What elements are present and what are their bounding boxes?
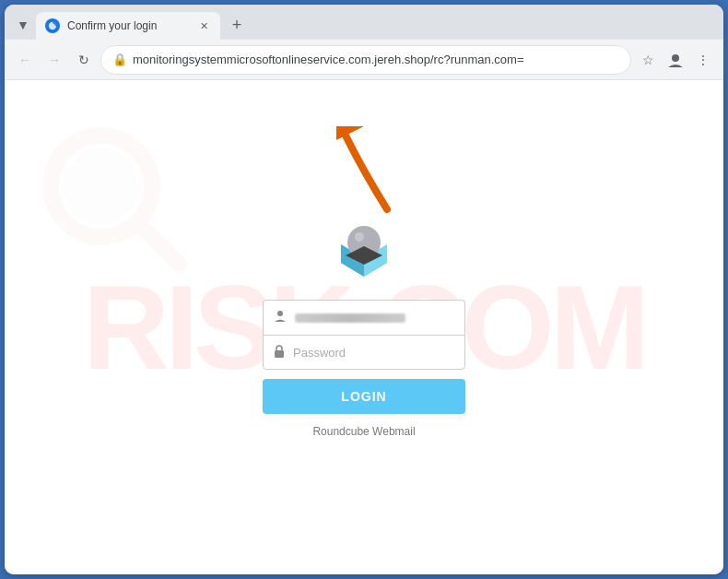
svg-point-3: [63, 148, 140, 225]
svg-point-10: [355, 232, 364, 242]
url-display: monitoringsystemmicrosoftonlineservice.c…: [133, 53, 619, 66]
lock-icon: 🔒: [112, 53, 127, 66]
tab-bar: ▼ Confirm your login ✕ +: [5, 5, 723, 40]
rc-logo: [327, 217, 401, 281]
new-tab-button[interactable]: +: [224, 12, 250, 38]
watermark-magnifier: [32, 117, 198, 287]
address-bar[interactable]: 🔒 monitoringsystemmicrosoftonlineservice…: [100, 45, 631, 75]
tab-list-dropdown[interactable]: ▼: [10, 12, 36, 38]
lock-input-icon: [273, 344, 286, 361]
forward-button[interactable]: →: [41, 47, 67, 73]
roundcube-label: Roundcube Webmail: [312, 425, 415, 438]
nav-icons: ☆ ⋮: [635, 47, 716, 73]
chrome-menu-button[interactable]: ⋮: [690, 47, 716, 73]
password-input[interactable]: [293, 346, 455, 360]
tab-favicon: [45, 18, 60, 33]
profile-button[interactable]: [663, 47, 688, 73]
login-container: LOGIN Roundcube Webmail: [244, 198, 484, 456]
back-button[interactable]: ←: [12, 47, 38, 73]
tab-title: Confirm your login: [67, 19, 189, 32]
active-tab[interactable]: Confirm your login ✕: [36, 12, 220, 40]
username-value: [295, 313, 405, 323]
page-content: RISK.COM: [5, 80, 723, 574]
input-group: [263, 300, 465, 370]
tab-close-button[interactable]: ✕: [196, 18, 211, 33]
svg-point-1: [672, 54, 679, 62]
password-row[interactable]: [263, 335, 465, 370]
browser-window: ▼ Confirm your login ✕ + ← → ↻ 🔒 monitor…: [5, 5, 723, 574]
user-icon: [273, 309, 288, 326]
username-row[interactable]: [263, 300, 465, 335]
login-button[interactable]: LOGIN: [263, 379, 465, 414]
svg-line-4: [141, 226, 180, 265]
bookmark-button[interactable]: ☆: [635, 47, 661, 73]
svg-rect-13: [275, 350, 284, 358]
reload-button[interactable]: ↻: [71, 47, 97, 73]
nav-bar: ← → ↻ 🔒 monitoringsystemmicrosoftonlines…: [5, 40, 723, 80]
svg-point-12: [277, 311, 283, 316]
